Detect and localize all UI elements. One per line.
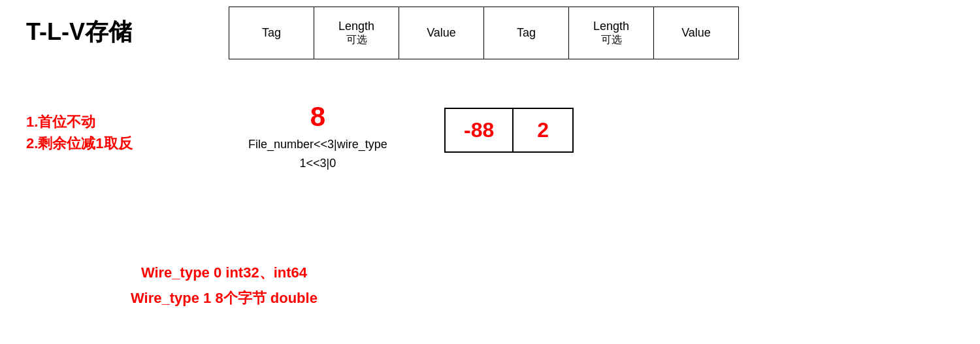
- center-area: 8 File_number<<3|wire_type 1<<3|0: [248, 101, 387, 173]
- center-number: 8: [248, 101, 387, 133]
- table-cell-length2: Length 可选: [569, 7, 654, 59]
- tlv-table: Tag Length 可选 Value Tag Length 可选 Value: [229, 7, 739, 59]
- bottom-line2: Wire_type 1 8个字节 double: [131, 285, 318, 311]
- table-cell-value2: Value: [654, 7, 739, 59]
- table-cell-value1: Value: [399, 7, 484, 59]
- box-value2: 2: [514, 109, 572, 151]
- bottom-line1: Wire_type 0 int32、int64: [131, 260, 318, 286]
- page-title: T-L-V存储: [26, 16, 132, 48]
- table-row: Tag Length 可选 Value Tag Length 可选 Value: [229, 7, 739, 59]
- table-cell-length1: Length 可选: [314, 7, 399, 59]
- main-container: T-L-V存储 Tag Length 可选 Value Tag Length: [0, 0, 980, 344]
- table-cell-tag2: Tag: [484, 7, 569, 59]
- formula-line2: 1<<3|0: [300, 157, 336, 170]
- table-cell-tag1: Tag: [229, 7, 314, 59]
- formula-line1: File_number<<3|wire_type: [248, 138, 387, 151]
- bottom-text: Wire_type 0 int32、int64 Wire_type 1 8个字节…: [131, 260, 318, 311]
- left-notes: 1.首位不动 2.剩余位减1取反: [26, 111, 133, 154]
- boxed-values: -88 2: [444, 108, 574, 153]
- formula-text: File_number<<3|wire_type 1<<3|0: [248, 135, 387, 173]
- box-value1: -88: [446, 109, 514, 151]
- left-note-line2: 2.剩余位减1取反: [26, 133, 133, 154]
- left-note-line1: 1.首位不动: [26, 111, 133, 133]
- tlv-table-container: Tag Length 可选 Value Tag Length 可选 Value: [229, 7, 739, 59]
